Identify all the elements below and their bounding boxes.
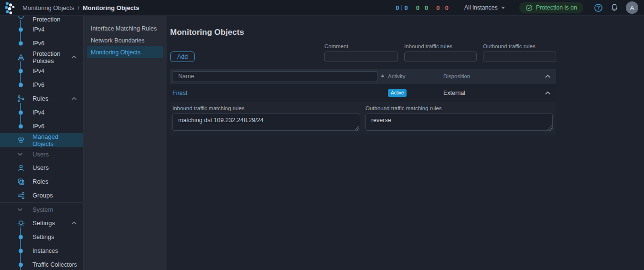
secondary-sidebar: Interface Matching Rules Network Boundar… — [84, 16, 167, 270]
chevron-up-icon[interactable] — [71, 55, 77, 59]
sidebar-item-ipv6[interactable]: IPv6 — [0, 119, 83, 133]
row-disposition-value: External — [443, 90, 465, 96]
chevron-up-icon[interactable] — [71, 221, 77, 225]
subnav-item-network-boundaries[interactable]: Network Boundaries — [84, 34, 167, 46]
counter-ok[interactable]: 00 — [416, 4, 428, 11]
counter-value: 0 — [425, 4, 428, 11]
bullet-dot-icon — [19, 41, 23, 45]
rules-children: IPv4 IPv6 — [0, 105, 83, 133]
sidebar-item-settings-sub[interactable]: Settings — [0, 230, 83, 244]
counter-value: 0 — [404, 4, 408, 11]
table-header-row: Activity Disposition — [170, 69, 556, 83]
chevron-down-icon — [17, 150, 25, 158]
monitoring-objects-table: Activity Disposition Firest Active Exter… — [170, 69, 556, 135]
row-detail-panel: Inbound traffic matching rules matching … — [170, 102, 556, 135]
counter-value: 0 — [416, 4, 419, 11]
subnav-item-monitoring-objects[interactable]: Monitoring Objects — [87, 46, 163, 58]
inbound-rules-column: Inbound traffic matching rules matching … — [172, 105, 360, 131]
add-button[interactable]: Add — [170, 52, 195, 62]
sidebar-section-label: Users — [32, 151, 49, 158]
sidebar-item-ipv4[interactable]: IPv4 — [0, 64, 83, 78]
outbound-rules-filter-input[interactable] — [483, 52, 556, 62]
name-filter-input[interactable] — [172, 71, 377, 82]
chevron-up-icon[interactable] — [71, 97, 77, 100]
sidebar-item-label: Traffic Collectors — [32, 261, 77, 268]
sidebar-item-users[interactable]: Users — [0, 161, 83, 175]
user-icon — [17, 164, 25, 172]
main-content: Monitoring Objects Add Comment Inbound t… — [167, 16, 644, 270]
filter-comment: Comment — [324, 43, 398, 62]
breadcrumb: Monitoring Objects / Monitoring Objects — [22, 4, 139, 11]
notifications-button[interactable] — [611, 3, 618, 12]
counter-alert[interactable]: 00 — [436, 4, 448, 11]
counter-divider — [442, 5, 442, 10]
instances-dropdown[interactable]: All instances — [464, 4, 505, 11]
column-header-disposition[interactable]: Disposition — [443, 73, 470, 79]
filter-inbound: Inbound traffic rules — [404, 43, 477, 62]
filter-label: Comment — [324, 43, 398, 49]
collapse-all-chevron-icon[interactable] — [545, 74, 551, 78]
sidebar-item-roles[interactable]: Roles — [0, 175, 83, 188]
toolbar-row: Add Comment Inbound traffic rules Outbou… — [170, 43, 556, 62]
top-header: Monitoring Objects / Monitoring Objects … — [0, 0, 644, 16]
instances-dropdown-label: All instances — [464, 4, 498, 11]
counter-value: 0 — [445, 4, 448, 11]
counter-info[interactable]: 00 — [396, 4, 408, 11]
table-row[interactable]: Firest Active External — [170, 83, 556, 102]
row-name-link[interactable]: Firest — [172, 90, 187, 96]
sidebar-item-ipv4[interactable]: IPv4 — [0, 22, 83, 36]
sidebar-item-settings[interactable]: Settings — [0, 216, 83, 230]
bullet-dot-icon — [19, 83, 23, 87]
sidebar-item-ipv6[interactable]: IPv6 — [0, 78, 83, 92]
app-logo-icon[interactable] — [5, 1, 16, 14]
managed-objects-cluster-icon — [17, 136, 25, 144]
sidebar-item-label: IPv4 — [32, 68, 44, 74]
protection-status-badge[interactable]: Protection is on — [519, 2, 583, 13]
sidebar-item-groups[interactable]: Groups — [0, 188, 83, 202]
counter-value: 0 — [436, 4, 440, 11]
sidebar-item-traffic-collectors[interactable]: Traffic Collectors — [0, 258, 83, 270]
comment-filter-input[interactable] — [324, 52, 398, 62]
activity-badge: Active — [388, 89, 407, 97]
sidebar-item-protection-policies[interactable]: Protection Policies — [0, 50, 83, 64]
sidebar-item-label: Groups — [32, 192, 53, 199]
sidebar-item-instances[interactable]: Instances — [0, 244, 83, 258]
sidebar-item-label: General Protection — [32, 16, 77, 23]
sidebar-section-label: System — [32, 206, 53, 213]
sidebar-item-label: IPv6 — [32, 82, 44, 88]
subnav-item-interface-matching-rules[interactable]: Interface Matching Rules — [84, 22, 167, 34]
chevron-down-icon — [17, 206, 25, 213]
sidebar-section-system[interactable]: System — [0, 202, 83, 216]
counter-value: 0 — [396, 4, 399, 11]
sidebar-item-label: Settings — [32, 234, 54, 240]
inbound-rules-filter-input[interactable] — [404, 52, 477, 62]
user-avatar[interactable]: A — [626, 1, 638, 14]
sidebar-item-label: Settings — [32, 219, 55, 227]
inbound-rules-textarea[interactable]: matching dst 109.232.248.29/24 — [172, 114, 360, 131]
outbound-rules-textarea[interactable]: reverse — [365, 114, 553, 131]
bullet-dot-icon — [19, 69, 23, 73]
sidebar-item-managed-objects[interactable]: Managed Objects — [0, 133, 83, 147]
breadcrumb-section[interactable]: Monitoring Objects — [22, 4, 74, 11]
column-header-activity[interactable]: Activity — [388, 73, 405, 79]
row-collapse-chevron-icon[interactable] — [545, 91, 551, 95]
sidebar-item-label: IPv4 — [32, 26, 44, 33]
check-circle-icon — [526, 4, 533, 11]
sidebar-item-ipv4[interactable]: IPv4 — [0, 105, 83, 119]
outbound-rules-label: Outbound traffic matching rules — [365, 105, 553, 111]
help-button[interactable]: ? — [594, 3, 603, 12]
header-actions: 00 00 00 All instances — [396, 1, 638, 14]
bullet-dot-icon — [19, 124, 23, 128]
shield-icon — [17, 16, 25, 20]
bell-icon — [611, 3, 618, 12]
rules-branch-icon — [17, 95, 25, 103]
sort-ascending-icon[interactable] — [381, 74, 385, 77]
alert-counters: 00 00 00 — [396, 4, 448, 11]
sidebar-section-users[interactable]: Users — [0, 147, 83, 161]
sidebar-item-general-protection[interactable]: General Protection — [0, 16, 83, 22]
subnav-item-label: Interface Matching Rules — [91, 25, 157, 32]
sidebar-item-rules[interactable]: Rules — [0, 92, 83, 105]
protection-policies-children: IPv4 IPv6 — [0, 64, 83, 92]
help-icon: ? — [594, 3, 603, 12]
sidebar-item-ipv6[interactable]: IPv6 — [0, 36, 83, 50]
